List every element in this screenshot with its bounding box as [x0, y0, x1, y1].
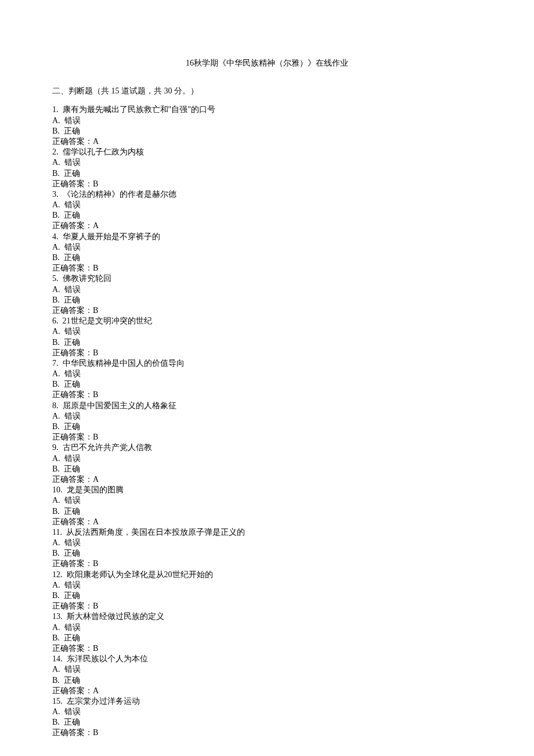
- question-block: 11. 从反法西斯角度，美国在日本投放原子弹是正义的A. 错误B. 正确正确答案…: [52, 527, 482, 570]
- answer: 正确答案：B: [52, 728, 482, 738]
- questions-list: 1. 康有为最先喊出了民族救亡和"自强"的口号A. 错误B. 正确正确答案：A2…: [52, 105, 482, 738]
- question-text: 古巴不允许共产党人信教: [59, 443, 152, 452]
- question-block: 2. 儒学以孔子仁政为内核A. 错误B. 正确正确答案：B: [52, 147, 482, 189]
- option-b: B. 正确: [52, 591, 482, 601]
- option-a: A. 错误: [52, 326, 482, 337]
- option-a: A. 错误: [52, 116, 482, 126]
- option-b: B. 正确: [52, 422, 482, 432]
- answer: 正确答案：A: [52, 474, 482, 485]
- option-b: B. 正确: [52, 295, 482, 305]
- option-a: A. 错误: [52, 242, 482, 253]
- option-b: B. 正确: [52, 464, 482, 474]
- question-number: 10.: [52, 485, 63, 494]
- option-a: A. 错误: [52, 411, 482, 422]
- question-block: 15. 左宗棠办过洋务运动A. 错误B. 正确正确答案：B: [52, 696, 482, 739]
- question-block: 13. 斯大林曾经做过民族的定义A. 错误B. 正确正确答案：B: [52, 611, 482, 654]
- answer: 正确答案：B: [52, 601, 482, 611]
- question-number: 11.: [52, 528, 62, 537]
- question-text: 东洋民族以个人为本位: [63, 654, 148, 663]
- question-block: 8. 屈原是中国爱国主义的人格象征A. 错误B. 正确正确答案：B: [52, 401, 482, 443]
- option-b: B. 正确: [52, 337, 482, 348]
- answer: 正确答案：A: [52, 136, 482, 147]
- answer: 正确答案：A: [52, 686, 482, 696]
- question-text: 《论法的精神》的作者是赫尔德: [59, 190, 176, 199]
- question-number: 8.: [52, 401, 59, 410]
- answer: 正确答案：B: [52, 305, 482, 316]
- option-a: A. 错误: [52, 707, 482, 717]
- page-title: 16秋学期《中华民族精神（尔雅）》在线作业: [52, 58, 482, 69]
- question-number: 5.: [52, 274, 59, 283]
- question-block: 9. 古巴不允许共产党人信教A. 错误B. 正确正确答案：A: [52, 442, 482, 485]
- option-b: B. 正确: [52, 675, 482, 686]
- question-text: 龙是美国的图腾: [63, 485, 124, 494]
- option-b: B. 正确: [52, 379, 482, 390]
- question-block: 6. 21世纪是文明冲突的世纪A. 错误B. 正确正确答案：B: [52, 316, 482, 358]
- answer: 正确答案：B: [52, 643, 482, 654]
- question-text: 从反法西斯角度，美国在日本投放原子弹是正义的: [62, 528, 245, 537]
- answer: 正确答案：B: [52, 348, 482, 358]
- question-text: 斯大林曾经做过民族的定义: [63, 612, 164, 621]
- question-text: 中华民族精神是中国人的价值导向: [59, 359, 185, 368]
- section-header-judgment: 二、判断题（共 15 道试题，共 30 分。）: [52, 86, 482, 96]
- option-a: A. 错误: [52, 285, 482, 295]
- question-number: 9.: [52, 443, 59, 452]
- question-number: 1.: [52, 105, 59, 114]
- question-block: 4. 华夏人最开始是不穿裤子的A. 错误B. 正确正确答案：B: [52, 232, 482, 274]
- question-text: 儒学以孔子仁政为内核: [59, 147, 144, 156]
- question-block: 12. 欧阳康老师认为全球化是从20世纪开始的A. 错误B. 正确正确答案：B: [52, 570, 482, 612]
- option-a: A. 错误: [52, 538, 482, 548]
- option-a: A. 错误: [52, 453, 482, 464]
- option-a: A. 错误: [52, 495, 482, 506]
- option-a: A. 错误: [52, 622, 482, 633]
- question-text: 佛教讲究轮回: [59, 274, 111, 283]
- question-block: 14. 东洋民族以个人为本位A. 错误B. 正确正确答案：A: [52, 654, 482, 696]
- question-text: 康有为最先喊出了民族救亡和"自强"的口号: [59, 105, 215, 114]
- answer: 正确答案：B: [52, 179, 482, 189]
- option-b: B. 正确: [52, 548, 482, 559]
- question-text: 屈原是中国爱国主义的人格象征: [59, 401, 176, 410]
- answer: 正确答案：A: [52, 221, 482, 231]
- question-text: 欧阳康老师认为全球化是从20世纪开始的: [63, 570, 213, 579]
- option-a: A. 错误: [52, 369, 482, 379]
- question-number: 4.: [52, 232, 59, 241]
- option-b: B. 正确: [52, 126, 482, 136]
- question-block: 5. 佛教讲究轮回A. 错误B. 正确正确答案：B: [52, 273, 482, 316]
- question-number: 3.: [52, 190, 59, 199]
- question-text: 华夏人最开始是不穿裤子的: [59, 232, 160, 241]
- answer: 正确答案：B: [52, 390, 482, 400]
- option-b: B. 正确: [52, 506, 482, 517]
- option-b: B. 正确: [52, 717, 482, 728]
- option-a: A. 错误: [52, 580, 482, 591]
- question-block: 1. 康有为最先喊出了民族救亡和"自强"的口号A. 错误B. 正确正确答案：A: [52, 105, 482, 147]
- question-number: 13.: [52, 612, 63, 621]
- question-block: 10. 龙是美国的图腾A. 错误B. 正确正确答案：A: [52, 485, 482, 527]
- option-b: B. 正确: [52, 253, 482, 263]
- question-number: 15.: [52, 697, 63, 705]
- option-a: A. 错误: [52, 200, 482, 210]
- option-b: B. 正确: [52, 168, 482, 179]
- option-a: A. 错误: [52, 664, 482, 675]
- question-block: 7. 中华民族精神是中国人的价值导向A. 错误B. 正确正确答案：B: [52, 358, 482, 401]
- answer: 正确答案：B: [52, 432, 482, 442]
- answer: 正确答案：A: [52, 517, 482, 527]
- question-number: 12.: [52, 570, 63, 579]
- answer: 正确答案：B: [52, 559, 482, 569]
- question-number: 6.: [52, 316, 59, 325]
- question-block: 3. 《论法的精神》的作者是赫尔德A. 错误B. 正确正确答案：A: [52, 189, 482, 232]
- question-number: 14.: [52, 654, 63, 663]
- question-text: 左宗棠办过洋务运动: [63, 697, 140, 705]
- option-a: A. 错误: [52, 157, 482, 168]
- option-b: B. 正确: [52, 210, 482, 221]
- answer: 正确答案：B: [52, 263, 482, 273]
- option-b: B. 正确: [52, 633, 482, 643]
- question-number: 2.: [52, 147, 59, 156]
- question-number: 7.: [52, 359, 59, 368]
- question-text: 21世纪是文明冲突的世纪: [59, 316, 152, 325]
